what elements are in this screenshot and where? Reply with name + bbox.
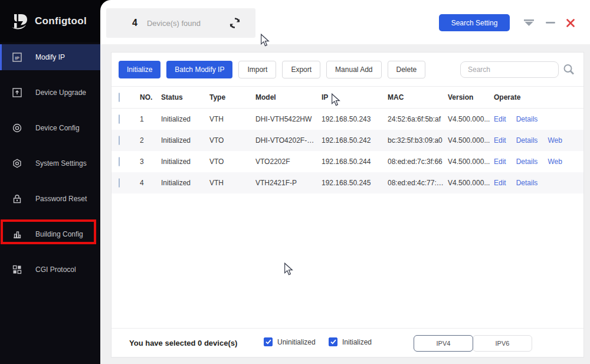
cell-type: VTO — [209, 158, 255, 166]
web-link[interactable]: Web — [548, 136, 562, 145]
col-mac: MAC — [388, 93, 448, 101]
sidebar-item-password-reset[interactable]: Password Reset — [0, 186, 100, 212]
modify-ip-icon: IP — [12, 53, 22, 62]
refresh-button[interactable] — [227, 15, 242, 31]
row-checkbox[interactable] — [119, 157, 120, 166]
select-all-checkbox[interactable] — [119, 93, 120, 102]
web-link[interactable]: Web — [548, 158, 562, 166]
sidebar-item-label: CGI Protocol — [35, 265, 76, 274]
minimize-icon — [546, 22, 555, 24]
table-search — [460, 61, 575, 78]
cell-ip: 192.168.50.245 — [322, 179, 388, 187]
selection-summary: You have selected 0 device(s) — [129, 339, 237, 347]
cell-operate: EditDetails — [494, 115, 584, 123]
cell-mac: 24:52:6a:6f:5b:af — [388, 115, 448, 123]
cell-version: V4.500.000... — [448, 115, 494, 123]
cell-no: 1 — [140, 115, 161, 123]
import-button[interactable]: Import — [238, 61, 276, 78]
sidebar-item-label: Building Config — [35, 230, 83, 238]
details-link[interactable]: Details — [516, 136, 538, 145]
edit-link[interactable]: Edit — [494, 115, 506, 123]
uninitialized-label: Uninitialized — [277, 338, 316, 346]
cgi-protocol-icon — [12, 265, 22, 274]
cell-mac: 08:ed:ed:4c:77:75 — [388, 179, 448, 187]
sidebar-item-label: Password Reset — [35, 195, 87, 203]
footer-bar: You have selected 0 device(s) Uninitiali… — [112, 328, 584, 357]
cell-status: Initialized — [161, 115, 209, 123]
sidebar-item-cgi-protocol[interactable]: CGI Protocol — [0, 257, 100, 283]
edit-link[interactable]: Edit — [494, 158, 506, 166]
batch-modify-ip-button[interactable]: Batch Modify IP — [166, 61, 232, 78]
col-model: Model — [255, 93, 322, 101]
initialized-checkbox[interactable] — [329, 337, 337, 346]
row-checkbox[interactable] — [119, 114, 120, 124]
toolbar: InitializeBatch Modify IPImportExportMan… — [112, 53, 584, 87]
sidebar-item-system-settings[interactable]: System Settings — [0, 150, 100, 176]
cell-status: Initialized — [161, 158, 209, 166]
configtool-window: Configtool IPModify IPDevice UpgradeDevi… — [0, 0, 590, 364]
sidebar-item-label: Modify IP — [35, 53, 65, 61]
filter-uninitialized: Uninitialized — [264, 337, 316, 346]
edit-link[interactable]: Edit — [494, 136, 506, 145]
cell-ip: 192.168.50.243 — [322, 115, 388, 123]
details-link[interactable]: Details — [516, 179, 538, 187]
cell-status: Initialized — [161, 179, 209, 187]
details-link[interactable]: Details — [516, 115, 538, 123]
table-row: 1InitializedVTHDHI-VTH5422HW192.168.50.2… — [112, 109, 584, 130]
close-icon — [566, 19, 575, 27]
edit-link[interactable]: Edit — [494, 179, 506, 187]
table-body: 1InitializedVTHDHI-VTH5422HW192.168.50.2… — [112, 109, 584, 328]
main-panel: InitializeBatch Modify IPImportExportMan… — [100, 44, 590, 364]
cell-model: DHI-VTH5422HW — [255, 115, 322, 123]
details-link[interactable]: Details — [516, 158, 538, 166]
top-bar: 4 Device(s) found Search Setting — [100, 0, 590, 44]
cell-type: VTH — [209, 179, 255, 187]
device-upgrade-icon — [12, 88, 22, 97]
manual-add-button[interactable]: Manual Add — [326, 61, 381, 78]
sidebar-item-device-config[interactable]: Device Config — [0, 115, 100, 141]
close-button[interactable] — [565, 18, 576, 28]
search-icon — [562, 63, 575, 76]
cell-model: VTH2421F-P — [255, 179, 322, 187]
cell-ip: 192.168.50.244 — [322, 158, 388, 166]
search-input[interactable] — [460, 61, 559, 78]
refresh-icon — [228, 17, 241, 29]
sidebar-item-label: Device Upgrade — [35, 88, 86, 97]
table-header: NO. Status Type Model IP MAC Version Ope… — [112, 87, 584, 109]
filter-initialized: Initialized — [329, 337, 372, 346]
sidebar-item-label: Device Config — [35, 124, 80, 132]
search-button[interactable] — [562, 63, 575, 76]
ip-version-toggle: IPV4 IPV6 — [414, 335, 532, 352]
delete-button[interactable]: Delete — [388, 61, 426, 78]
uninitialized-checkbox[interactable] — [264, 337, 273, 346]
chevron-down-icon — [524, 19, 534, 27]
minimize-button[interactable] — [545, 18, 556, 28]
dropdown-button[interactable] — [523, 18, 535, 28]
export-button[interactable]: Export — [282, 61, 320, 78]
sidebar-item-building-config[interactable]: Building Config — [0, 221, 100, 247]
cell-model: DHI-VTO4202F-P-S2 — [255, 136, 322, 145]
row-checkbox[interactable] — [119, 136, 120, 145]
device-count-bar: 4 Device(s) found — [106, 8, 255, 38]
ipv4-button[interactable]: IPV4 — [414, 335, 473, 352]
sidebar-item-label: System Settings — [35, 159, 87, 168]
col-status: Status — [161, 93, 209, 101]
col-no: NO. — [140, 93, 161, 101]
system-settings-icon — [12, 159, 22, 168]
app-title: Configtool — [35, 15, 87, 27]
table-row: 4InitializedVTHVTH2421F-P192.168.50.2450… — [112, 172, 584, 194]
sidebar-item-modify-ip[interactable]: IPModify IP — [0, 44, 100, 70]
cell-mac: bc:32:5f:b3:09:a0 — [388, 136, 448, 145]
initialize-button[interactable]: Initialize — [119, 61, 160, 78]
sidebar-menu: IPModify IPDevice UpgradeDevice ConfigSy… — [0, 44, 100, 292]
sidebar-item-device-upgrade[interactable]: Device Upgrade — [0, 80, 100, 106]
cell-version: V4.500.000... — [448, 136, 494, 145]
cell-operate: EditDetails — [494, 179, 584, 187]
row-checkbox[interactable] — [119, 178, 120, 188]
cell-type: VTH — [209, 115, 255, 123]
ipv6-button[interactable]: IPV6 — [473, 335, 532, 352]
dahua-logo-icon — [9, 11, 30, 31]
search-setting-button[interactable]: Search Setting — [439, 14, 510, 31]
sidebar: Configtool IPModify IPDevice UpgradeDevi… — [0, 0, 100, 364]
col-type: Type — [209, 93, 255, 101]
